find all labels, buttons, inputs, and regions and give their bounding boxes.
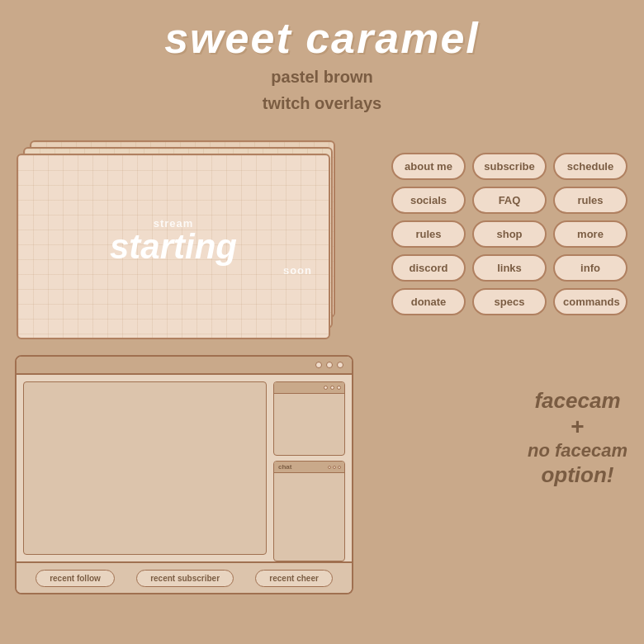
title-section: sweet caramel pastel brown twitch overla…	[0, 0, 644, 115]
fc-dot2	[330, 386, 334, 390]
panel-btn-5[interactable]: rules	[553, 187, 627, 214]
panel-btn-2[interactable]: schedule	[553, 153, 627, 180]
dot3	[337, 362, 343, 368]
dot2	[326, 362, 333, 368]
subtitle-line2: twitch overlays	[0, 92, 644, 115]
fc-dot3	[337, 386, 341, 390]
no-facecam-label: no facecam	[528, 440, 627, 462]
panel-btn-12[interactable]: donate	[391, 288, 466, 315]
main-game-screen	[23, 381, 267, 555]
recent-follow: recent follow	[36, 570, 115, 587]
chat-box: chat	[273, 461, 345, 561]
fc-dot1	[324, 386, 328, 390]
panel-btn-1[interactable]: subscribe	[472, 153, 547, 180]
overlay-right-panel: chat	[273, 375, 352, 561]
overlay-bottom-bar: recent follow recent subscriber recent c…	[17, 561, 352, 593]
panel-btn-9[interactable]: discord	[391, 254, 466, 282]
panel-btn-11[interactable]: info	[553, 254, 627, 282]
screen-front: stream starting soon	[17, 154, 330, 339]
option-label: option!	[528, 462, 627, 488]
screen-text: stream starting	[110, 217, 237, 264]
panel-btn-10[interactable]: links	[472, 254, 547, 282]
chat-label: chat	[278, 463, 291, 471]
buttons-grid: about mesubscribeschedulesocialsFAQrules…	[391, 153, 627, 315]
facecam-box	[273, 381, 345, 456]
dot1	[315, 362, 322, 368]
subtitle-line1: pastel brown	[0, 65, 644, 88]
ch-dot3	[338, 466, 341, 469]
chat-titlebar: chat	[274, 462, 344, 473]
overlay-section: chat recent follow recent subscriber rec…	[15, 355, 353, 594]
overlay-titlebar	[17, 357, 352, 375]
panel-btn-13[interactable]: specs	[472, 288, 547, 315]
screens-container: stream starting soon	[15, 140, 345, 339]
panel-btn-6[interactable]: rules	[391, 220, 466, 248]
ch-dot2	[333, 466, 336, 469]
facecam-plus: +	[528, 414, 627, 440]
panel-btn-0[interactable]: about me	[391, 153, 466, 180]
recent-subscriber: recent subscriber	[136, 570, 234, 587]
recent-cheer: recent cheer	[255, 570, 332, 587]
panel-btn-4[interactable]: FAQ	[472, 187, 547, 214]
panel-btn-8[interactable]: more	[553, 220, 627, 248]
chat-dots	[328, 466, 341, 469]
facecam-text-area: facecam + no facecam option!	[528, 388, 627, 488]
facecam-titlebar	[274, 382, 344, 394]
facecam-label: facecam	[528, 388, 627, 414]
panel-btn-14[interactable]: commands	[553, 288, 627, 315]
starting-text: starting	[110, 230, 237, 264]
ch-dot1	[328, 466, 331, 469]
overlay-main-content: chat	[17, 375, 352, 561]
panel-btn-7[interactable]: shop	[472, 220, 547, 248]
panel-btn-3[interactable]: socials	[391, 187, 466, 214]
main-title: sweet caramel	[0, 15, 644, 62]
